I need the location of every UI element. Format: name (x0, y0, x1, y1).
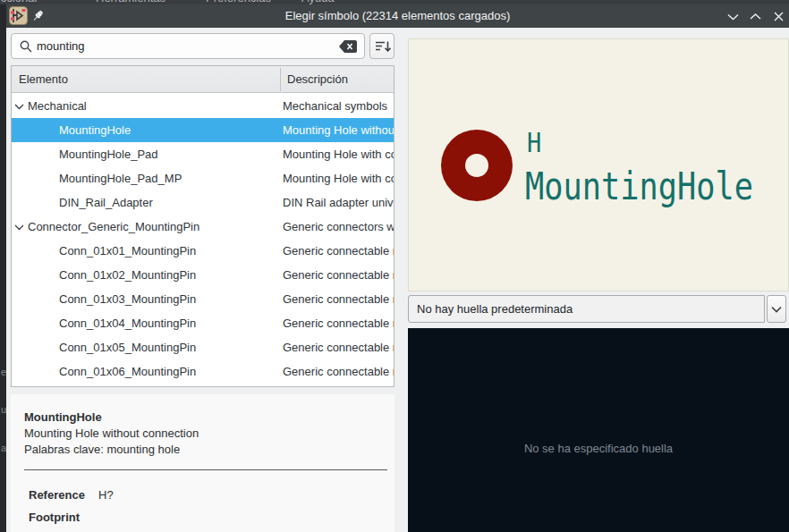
minimize-icon[interactable] (727, 10, 739, 21)
chevron-down-icon[interactable] (14, 222, 24, 235)
symbol-tree: Elemento Descripción Mechanical Mechanic… (11, 65, 394, 387)
screen: Inspeccionar Herramientas Preferencias A… (0, 0, 789, 532)
close-icon[interactable] (773, 10, 785, 21)
choose-symbol-dialog: Elegir símbolo (22314 elementos cargados… (6, 4, 789, 532)
search-input[interactable] (37, 35, 332, 57)
footprint-select-value[interactable]: No hay huella predeterminada (408, 295, 765, 323)
symbol-value-text: MountingHole (525, 165, 753, 208)
tree-row-conn-01x05[interactable]: Conn_01x05_MountingPin Generic connectab… (12, 335, 394, 359)
column-header-descripcion[interactable]: Descripción (287, 66, 348, 93)
detail-footprint-label: Footprint (29, 511, 80, 524)
tree-row-conn-01x02[interactable]: Conn_01x02_MountingPin Generic connectab… (12, 263, 394, 287)
detail-reference-label: Reference (29, 488, 85, 502)
tree-row-mechanical[interactable]: Mechanical Mechanical symbols (12, 94, 394, 118)
mounting-hole-symbol (441, 130, 513, 201)
symbol-details-pane: MountingHole Mounting Hole without conne… (11, 394, 394, 532)
footprint-preview-canvas[interactable]: No se ha especificado huella (408, 328, 789, 532)
tree-row-conn-01x01[interactable]: Conn_01x01_MountingPin Generic connectab… (12, 239, 394, 263)
symbol-reference-text: H (527, 127, 541, 158)
dialog-titlebar[interactable]: Elegir símbolo (22314 elementos cargados… (6, 4, 789, 28)
footprint-preview-message: No se ha especificado huella (408, 442, 789, 455)
sort-order-button[interactable] (369, 33, 394, 59)
detail-symbol-keywords: Palabras clave: mounting hole (24, 443, 180, 456)
search-icon (20, 40, 33, 57)
tree-row-mountinghole[interactable]: MountingHole Mounting Hole without conne… (12, 118, 394, 142)
clear-search-icon[interactable] (338, 39, 358, 57)
dialog-title: Elegir símbolo (22314 elementos cargados… (6, 4, 789, 28)
symbol-preview-canvas[interactable]: H MountingHole (408, 38, 789, 291)
footprint-select: No hay huella predeterminada (408, 295, 789, 323)
details-divider (24, 469, 387, 470)
symbol-search-box (11, 33, 365, 59)
column-header-elemento[interactable]: Elemento (19, 66, 68, 93)
footprint-select-dropdown-button[interactable] (767, 295, 786, 323)
tree-row-connector-generic-mountingpin[interactable]: Connector_Generic_MountingPin Generic co… (12, 215, 394, 239)
column-separator[interactable] (280, 68, 281, 91)
tree-row-conn-01x04[interactable]: Conn_01x04_MountingPin Generic connectab… (12, 311, 394, 335)
tree-header[interactable]: Elemento Descripción (12, 66, 394, 93)
chevron-down-icon (771, 306, 782, 313)
tree-row-conn-01x03[interactable]: Conn_01x03_MountingPin Generic connectab… (12, 287, 394, 311)
detail-reference-value: H? (98, 488, 114, 502)
tree-row-mountinghole-pad[interactable]: MountingHole_Pad Mounting Hole with conn… (12, 142, 394, 166)
background-window-edge: eua (0, 4, 6, 532)
tree-row-conn-01x06[interactable]: Conn_01x06_MountingPin Generic connectab… (12, 359, 394, 384)
tree-row-mountinghole-pad-mp[interactable]: MountingHole_Pad_MP Mounting Hole with c… (12, 166, 394, 190)
maximize-icon[interactable] (750, 10, 761, 21)
sort-icon (373, 38, 391, 55)
tree-row-din-rail-adapter[interactable]: DIN_Rail_Adapter DIN Rail adapter univer… (12, 190, 394, 215)
chevron-down-icon[interactable] (14, 101, 24, 114)
detail-symbol-name: MountingHole (24, 410, 102, 424)
detail-symbol-description: Mounting Hole without connection (24, 426, 199, 440)
